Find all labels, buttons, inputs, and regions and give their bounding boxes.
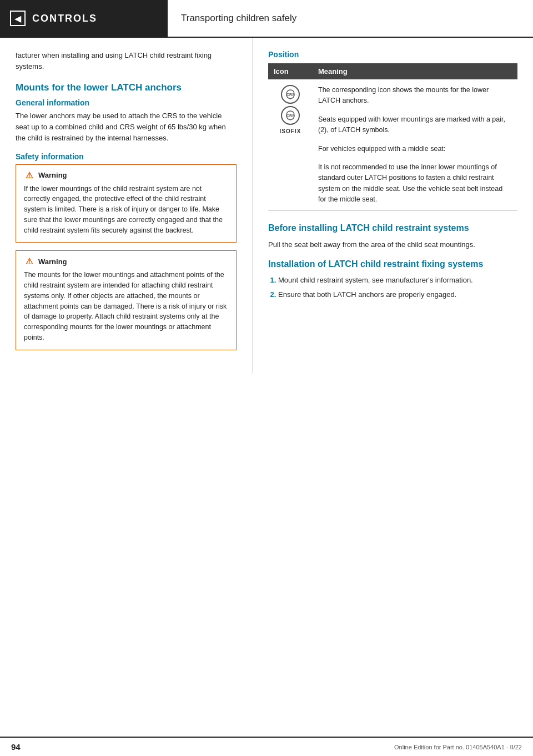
warning-icon-2: ⚠ — [24, 256, 34, 266]
table-icon-cell: CRS CRS ISOFIX — [268, 79, 313, 211]
isofix-label: ISOFIX — [280, 128, 301, 134]
page-number: 94 — [11, 742, 21, 752]
before-installing-heading: Before installing LATCH child restraint … — [268, 222, 517, 234]
intro-text: facturer when installing and using LATCH… — [16, 50, 237, 72]
left-column: facturer when installing and using LATCH… — [0, 38, 253, 374]
svg-text:CRS: CRS — [286, 93, 295, 97]
warning-title-1: ⚠ Warning — [24, 170, 228, 180]
warning-box-2: ⚠ Warning The mounts for the lower mount… — [16, 250, 237, 350]
mounts-heading: Mounts for the lower LATCH anchors — [16, 82, 237, 94]
warning-title-2: ⚠ Warning — [24, 256, 228, 266]
right-column: Position Icon Meaning — [253, 38, 533, 374]
table-col-icon: Icon — [268, 63, 313, 79]
page-header: ◀ CONTROLS Transporting children safely — [0, 0, 533, 38]
step-1: Mount child restraint system, see manufa… — [278, 275, 517, 286]
isofix-icon-top: CRS — [281, 85, 300, 104]
warning-box-1: ⚠ Warning If the lower mountings of the … — [16, 164, 237, 243]
svg-text:CRS: CRS — [286, 114, 295, 118]
back-icon[interactable]: ◀ — [10, 11, 26, 26]
footer-edition: Online Edition for Part no. 01405A540A1 … — [394, 744, 522, 750]
page-footer: 94 Online Edition for Part no. 01405A540… — [0, 737, 533, 756]
header-right: Transporting children safely — [168, 0, 533, 37]
general-info-heading: General information — [16, 98, 237, 107]
installation-heading: Installation of LATCH child restraint fi… — [268, 258, 517, 270]
warning-icon-1: ⚠ — [24, 170, 34, 180]
general-info-text: The lower anchors may be used to attach … — [16, 110, 237, 144]
isofix-icons: CRS CRS ISOFIX — [274, 85, 307, 134]
table-col-meaning: Meaning — [313, 63, 517, 79]
before-installing-text: Pull the seat belt away from the area of… — [268, 239, 517, 250]
warning-text-2: The mounts for the lower mountings and a… — [24, 270, 228, 342]
section-title: Transporting children safely — [181, 13, 296, 24]
table-meaning-cell: The corresponding icon shows the mounts … — [313, 79, 517, 211]
table-row: CRS CRS ISOFIX — [268, 79, 517, 211]
icon-meaning-table: Icon Meaning CRS — [268, 63, 517, 211]
main-content: facturer when installing and using LATCH… — [0, 38, 533, 374]
controls-label: CONTROLS — [32, 13, 97, 24]
step-2: Ensure that both LATCH anchors are prope… — [278, 289, 517, 300]
position-heading: Position — [268, 50, 517, 59]
warning-text-1: If the lower mountings of the child rest… — [24, 184, 228, 236]
header-left: ◀ CONTROLS — [0, 0, 168, 37]
installation-steps: Mount child restraint system, see manufa… — [268, 275, 517, 300]
isofix-icon-bottom: CRS — [281, 106, 300, 125]
safety-info-heading: Safety information — [16, 152, 237, 161]
